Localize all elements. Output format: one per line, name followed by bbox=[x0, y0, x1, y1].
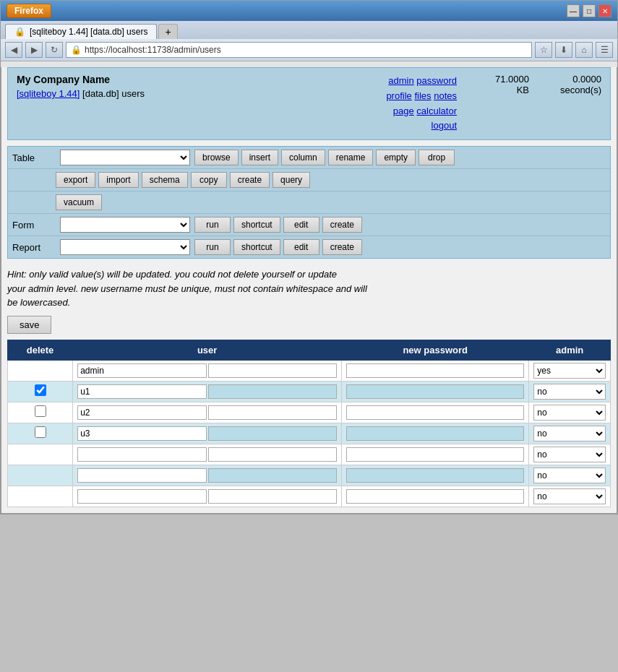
table-dropdown[interactable] bbox=[60, 150, 190, 165]
form-run-button[interactable]: run bbox=[194, 217, 231, 233]
username-extra-input[interactable] bbox=[208, 405, 337, 420]
password-input[interactable] bbox=[346, 426, 524, 441]
user-column-header: user bbox=[73, 340, 342, 360]
new-tab-button[interactable]: + bbox=[158, 24, 177, 39]
admin-link[interactable]: admin bbox=[388, 75, 413, 86]
username-input[interactable] bbox=[77, 363, 206, 378]
hint-text: Hint: only valid value(s) will be update… bbox=[7, 267, 611, 310]
username-extra-input[interactable] bbox=[208, 363, 337, 378]
nav-bar: ◀ ▶ ↻ 🔒 https://localhost:11738/admin/us… bbox=[1, 39, 617, 61]
password-input[interactable] bbox=[346, 489, 524, 504]
report-run-button[interactable]: run bbox=[194, 239, 231, 255]
username-extra-input[interactable] bbox=[208, 384, 337, 399]
form-create-button[interactable]: create bbox=[322, 217, 362, 233]
report-shortcut-button[interactable]: shortcut bbox=[233, 239, 280, 255]
column-button[interactable]: column bbox=[281, 150, 325, 165]
firefox-menu-button[interactable]: Firefox bbox=[7, 4, 51, 18]
bookmark-star-button[interactable]: ☆ bbox=[535, 42, 552, 58]
username-extra-input[interactable] bbox=[208, 489, 337, 504]
insert-button[interactable]: insert bbox=[241, 150, 278, 165]
close-button[interactable]: ✕ bbox=[598, 4, 611, 17]
username-cell bbox=[73, 360, 342, 381]
admin-cell: yesno bbox=[529, 486, 611, 507]
page-link[interactable]: page bbox=[393, 105, 414, 116]
username-extra-input[interactable] bbox=[208, 426, 337, 441]
profile-link[interactable]: profile bbox=[386, 90, 411, 101]
delete-column-header: delete bbox=[8, 340, 73, 360]
import-button[interactable]: import bbox=[98, 172, 138, 188]
save-button[interactable]: save bbox=[7, 316, 51, 334]
calculator-link[interactable]: calculator bbox=[416, 105, 457, 116]
password-cell bbox=[342, 444, 529, 465]
report-dropdown[interactable] bbox=[60, 239, 190, 255]
form-dropdown[interactable] bbox=[60, 217, 190, 233]
bookmark-list-button[interactable]: ⬇ bbox=[555, 42, 572, 58]
controls-section: Table browse insert column rename empty … bbox=[7, 146, 611, 259]
maximize-button[interactable]: □ bbox=[583, 4, 596, 17]
copy-button[interactable]: copy bbox=[191, 172, 227, 188]
username-input[interactable] bbox=[77, 405, 206, 420]
admin-select[interactable]: yesno bbox=[533, 468, 606, 483]
menu-button[interactable]: ☰ bbox=[596, 42, 613, 58]
forward-button[interactable]: ▶ bbox=[25, 42, 43, 58]
tab-bar: 🔒 [sqliteboy 1.44] [data.db] users + bbox=[1, 21, 617, 39]
sqliteboy-link[interactable]: [sqliteboy 1.44] bbox=[17, 88, 80, 99]
admin-cell: yesno bbox=[529, 360, 611, 381]
reload-button[interactable]: ↻ bbox=[46, 42, 63, 58]
password-input[interactable] bbox=[346, 384, 524, 399]
admin-select[interactable]: yesno bbox=[533, 488, 606, 504]
vacuum-button[interactable]: vacuum bbox=[56, 194, 102, 210]
files-link[interactable]: files bbox=[414, 90, 431, 101]
username-input[interactable] bbox=[77, 447, 206, 462]
create-table-button[interactable]: create bbox=[230, 172, 270, 188]
time-value: 0.0000 bbox=[572, 74, 601, 85]
password-cell bbox=[342, 402, 529, 423]
password-input[interactable] bbox=[346, 468, 524, 483]
password-link[interactable]: password bbox=[416, 75, 457, 86]
password-input[interactable] bbox=[346, 405, 524, 420]
admin-select[interactable]: yesno bbox=[533, 405, 606, 421]
password-cell bbox=[342, 486, 529, 507]
form-shortcut-button[interactable]: shortcut bbox=[233, 217, 280, 233]
active-tab[interactable]: 🔒 [sqliteboy 1.44] [data.db] users bbox=[5, 24, 157, 39]
home-button[interactable]: ⌂ bbox=[575, 42, 593, 58]
report-create-button[interactable]: create bbox=[322, 239, 362, 255]
password-input[interactable] bbox=[346, 363, 524, 378]
minimize-button[interactable]: — bbox=[567, 4, 580, 17]
table-label: Table bbox=[12, 152, 56, 163]
table-row: yesno bbox=[8, 360, 611, 381]
admin-select[interactable]: yesno bbox=[533, 363, 606, 379]
delete-checkbox[interactable] bbox=[35, 384, 46, 396]
report-edit-button[interactable]: edit bbox=[283, 239, 319, 255]
schema-button[interactable]: schema bbox=[142, 172, 188, 188]
table-row: yesno bbox=[8, 465, 611, 486]
users-table: delete user new password admin yesnoyesn… bbox=[7, 340, 611, 507]
username-input[interactable] bbox=[77, 489, 206, 504]
table-control-row: Table browse insert column rename empty … bbox=[8, 147, 610, 169]
admin-select[interactable]: yesno bbox=[533, 384, 606, 400]
logout-link[interactable]: logout bbox=[432, 120, 457, 131]
username-extra-input[interactable] bbox=[208, 447, 337, 462]
username-input[interactable] bbox=[77, 426, 206, 441]
rename-button[interactable]: rename bbox=[328, 150, 374, 165]
admin-cell: yesno bbox=[529, 402, 611, 423]
username-input[interactable] bbox=[77, 384, 206, 399]
username-cell bbox=[73, 423, 342, 444]
username-extra-input[interactable] bbox=[208, 468, 337, 483]
query-button[interactable]: query bbox=[272, 172, 310, 188]
delete-checkbox[interactable] bbox=[35, 426, 46, 438]
export-button[interactable]: export bbox=[56, 172, 95, 188]
password-input[interactable] bbox=[346, 447, 524, 462]
form-edit-button[interactable]: edit bbox=[283, 217, 319, 233]
address-bar[interactable]: 🔒 https://localhost:11738/admin/users bbox=[66, 42, 532, 58]
username-input[interactable] bbox=[77, 468, 206, 483]
notes-link[interactable]: notes bbox=[434, 90, 457, 101]
admin-select[interactable]: yesno bbox=[533, 447, 606, 462]
admin-select[interactable]: yesno bbox=[533, 426, 606, 441]
back-button[interactable]: ◀ bbox=[5, 42, 22, 58]
delete-checkbox[interactable] bbox=[35, 405, 46, 417]
empty-button[interactable]: empty bbox=[376, 150, 416, 165]
drop-button[interactable]: drop bbox=[419, 150, 455, 165]
browse-button[interactable]: browse bbox=[194, 150, 239, 165]
size-unit: KB bbox=[517, 85, 529, 95]
